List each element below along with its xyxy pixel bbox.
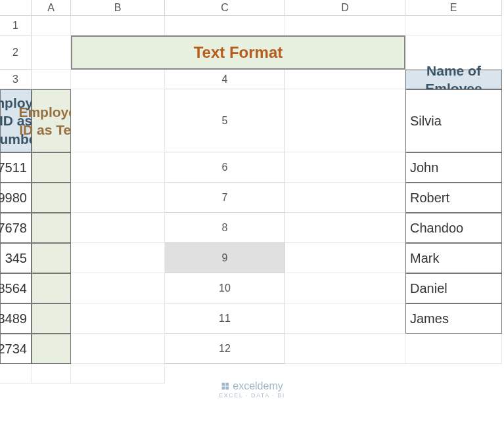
title-cell[interactable]: Text Format: [71, 35, 405, 70]
cell-idtext-6[interactable]: [32, 334, 71, 364]
cell-B12[interactable]: [405, 334, 502, 364]
row-header-9[interactable]: 9: [165, 243, 285, 273]
cell-E11[interactable]: [71, 334, 165, 364]
row-header-3[interactable]: 3: [0, 70, 32, 89]
cell-C1[interactable]: [165, 16, 285, 35]
cell-A12[interactable]: [285, 334, 405, 364]
row-header-7[interactable]: 7: [165, 183, 285, 213]
row-header-1[interactable]: 1: [0, 16, 32, 35]
watermark-brand-text: exceldemy: [233, 380, 283, 392]
cell-idtext-4[interactable]: [32, 273, 71, 303]
cell-name-1[interactable]: John: [405, 152, 502, 183]
cell-idtext-0[interactable]: [32, 152, 71, 183]
table-header-id-text[interactable]: Employee ID as Text: [32, 89, 71, 152]
cell-idtext-1[interactable]: [32, 183, 71, 213]
cell-A7[interactable]: [285, 183, 405, 213]
col-header-C[interactable]: C: [165, 0, 285, 16]
col-header-E[interactable]: E: [405, 0, 502, 16]
row-header-11[interactable]: 11: [165, 303, 285, 334]
cell-A8[interactable]: [285, 213, 405, 243]
cell-E6[interactable]: [71, 183, 165, 213]
row-header-10[interactable]: 10: [165, 273, 285, 303]
cell-A3[interactable]: [32, 70, 71, 89]
cell-name-5[interactable]: Daniel: [405, 273, 502, 303]
cell-idnum-0[interactable]: 97511: [0, 152, 32, 183]
cell-A10[interactable]: [285, 273, 405, 303]
cell-idtext-3[interactable]: [32, 243, 71, 273]
cell-E8[interactable]: [71, 243, 165, 273]
watermark: exceldemy EXCEL · DATA · BI: [219, 380, 285, 399]
cell-A4[interactable]: [285, 70, 405, 89]
cell-E10[interactable]: [71, 303, 165, 334]
col-header-A[interactable]: A: [32, 0, 71, 16]
cell-A1[interactable]: [32, 16, 71, 35]
row-header-2[interactable]: 2: [0, 35, 32, 70]
cell-A9[interactable]: [285, 243, 405, 273]
cell-A5[interactable]: [285, 89, 405, 152]
cell-D1[interactable]: [285, 16, 405, 35]
cell-name-0[interactable]: Silvia: [405, 89, 502, 152]
col-header-D[interactable]: D: [285, 0, 405, 16]
cell-E12[interactable]: [71, 364, 165, 384]
cell-A11[interactable]: [285, 303, 405, 334]
cell-E7[interactable]: [71, 213, 165, 243]
cell-name-6[interactable]: James: [405, 303, 502, 334]
cell-idnum-5[interactable]: 3489: [0, 303, 32, 334]
cell-idtext-5[interactable]: [32, 303, 71, 334]
cell-B1[interactable]: [71, 16, 165, 35]
cell-name-3[interactable]: Chandoo: [405, 213, 502, 243]
row-header-5[interactable]: 5: [165, 89, 285, 152]
spreadsheet-grid: A B C D E 1 2 Text Format 3 4 Name of Em…: [0, 0, 504, 384]
row-header-12[interactable]: 12: [165, 334, 285, 364]
watermark-icon: [221, 382, 230, 391]
cell-E4[interactable]: [71, 89, 165, 152]
cell-idnum-6[interactable]: 762734: [0, 334, 32, 364]
select-all-corner[interactable]: [0, 0, 32, 16]
cell-idnum-2[interactable]: 687678: [0, 213, 32, 243]
cell-name-2[interactable]: Robert: [405, 183, 502, 213]
cell-name-4[interactable]: Mark: [405, 243, 502, 273]
row-header-4[interactable]: 4: [165, 70, 285, 89]
cell-D12[interactable]: [32, 364, 71, 384]
cell-C12[interactable]: [0, 364, 32, 384]
cell-E3[interactable]: [71, 70, 165, 89]
cell-A6[interactable]: [285, 152, 405, 183]
table-header-name[interactable]: Name of Emloyee: [405, 70, 502, 89]
cell-E5[interactable]: [71, 152, 165, 183]
cell-E9[interactable]: [71, 273, 165, 303]
row-header-8[interactable]: 8: [165, 213, 285, 243]
cell-idtext-2[interactable]: [32, 213, 71, 243]
row-header-6[interactable]: 6: [165, 152, 285, 183]
cell-idnum-3[interactable]: 345: [0, 243, 32, 273]
watermark-brand: exceldemy: [221, 380, 283, 392]
cell-idnum-4[interactable]: 78564: [0, 273, 32, 303]
col-header-B[interactable]: B: [71, 0, 165, 16]
cell-A2[interactable]: [32, 35, 71, 70]
cell-E1[interactable]: [405, 16, 502, 35]
watermark-tagline: EXCEL · DATA · BI: [219, 392, 285, 399]
cell-idnum-1[interactable]: 489980: [0, 183, 32, 213]
